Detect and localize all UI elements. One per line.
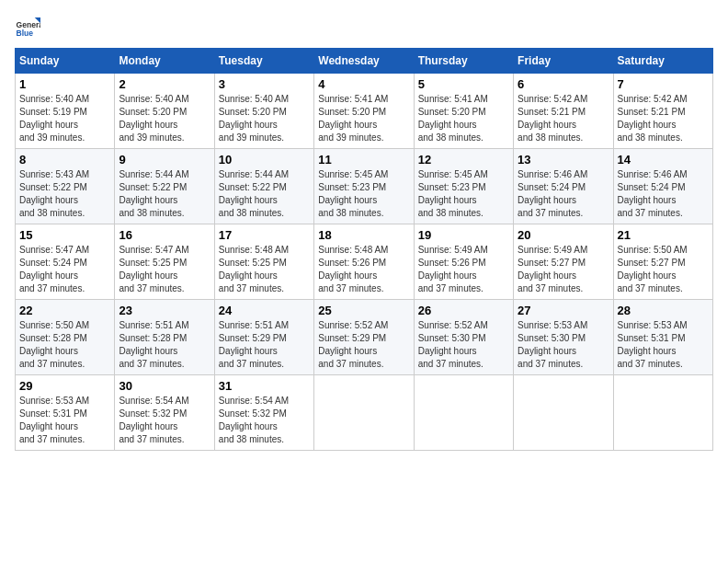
- calendar-day-cell: 14 Sunrise: 5:46 AM Sunset: 5:24 PM Dayl…: [613, 149, 712, 224]
- calendar-day-cell: 23 Sunrise: 5:51 AM Sunset: 5:28 PM Dayl…: [115, 300, 214, 375]
- day-info: Sunrise: 5:51 AM Sunset: 5:28 PM Dayligh…: [119, 319, 210, 371]
- day-info: Sunrise: 5:40 AM Sunset: 5:20 PM Dayligh…: [219, 93, 310, 144]
- day-info: Sunrise: 5:46 AM Sunset: 5:24 PM Dayligh…: [618, 168, 709, 220]
- day-info: Sunrise: 5:54 AM Sunset: 5:32 PM Dayligh…: [119, 395, 210, 446]
- day-info: Sunrise: 5:41 AM Sunset: 5:20 PM Dayligh…: [318, 93, 409, 144]
- day-number: 19: [418, 228, 509, 242]
- calendar-empty-cell: [613, 375, 712, 451]
- calendar-day-cell: 30 Sunrise: 5:54 AM Sunset: 5:32 PM Dayl…: [115, 375, 214, 451]
- day-number: 3: [219, 77, 310, 91]
- day-number: 27: [518, 304, 609, 317]
- day-number: 30: [119, 379, 210, 393]
- day-info: Sunrise: 5:45 AM Sunset: 5:23 PM Dayligh…: [318, 168, 409, 220]
- day-number: 13: [518, 153, 609, 167]
- day-info: Sunrise: 5:48 AM Sunset: 5:25 PM Dayligh…: [219, 244, 310, 295]
- day-info: Sunrise: 5:41 AM Sunset: 5:20 PM Dayligh…: [418, 93, 509, 144]
- column-header-thursday: Thursday: [414, 49, 513, 74]
- day-number: 14: [618, 153, 709, 167]
- day-number: 26: [418, 304, 509, 317]
- day-info: Sunrise: 5:53 AM Sunset: 5:30 PM Dayligh…: [518, 319, 609, 371]
- calendar-week-row: 8 Sunrise: 5:43 AM Sunset: 5:22 PM Dayli…: [16, 149, 713, 224]
- calendar-day-cell: 22 Sunrise: 5:50 AM Sunset: 5:28 PM Dayl…: [16, 300, 115, 375]
- day-number: 17: [219, 228, 310, 242]
- day-number: 23: [119, 304, 210, 317]
- calendar-day-cell: 5 Sunrise: 5:41 AM Sunset: 5:20 PM Dayli…: [414, 74, 513, 149]
- day-info: Sunrise: 5:47 AM Sunset: 5:25 PM Dayligh…: [119, 244, 210, 295]
- day-info: Sunrise: 5:49 AM Sunset: 5:26 PM Dayligh…: [418, 244, 509, 295]
- calendar-day-cell: 13 Sunrise: 5:46 AM Sunset: 5:24 PM Dayl…: [514, 149, 613, 224]
- calendar-day-cell: 18 Sunrise: 5:48 AM Sunset: 5:26 PM Dayl…: [314, 224, 414, 300]
- day-info: Sunrise: 5:40 AM Sunset: 5:20 PM Dayligh…: [119, 93, 210, 144]
- day-number: 21: [618, 228, 709, 242]
- calendar-week-row: 15 Sunrise: 5:47 AM Sunset: 5:24 PM Dayl…: [16, 224, 713, 300]
- day-number: 22: [19, 304, 110, 317]
- svg-text:Blue: Blue: [17, 29, 34, 38]
- calendar-day-cell: 19 Sunrise: 5:49 AM Sunset: 5:26 PM Dayl…: [414, 224, 513, 300]
- calendar-day-cell: 28 Sunrise: 5:53 AM Sunset: 5:31 PM Dayl…: [613, 300, 712, 375]
- header: General Blue: [15, 15, 713, 40]
- calendar-day-cell: 31 Sunrise: 5:54 AM Sunset: 5:32 PM Dayl…: [214, 375, 313, 451]
- column-header-sunday: Sunday: [16, 49, 115, 74]
- day-number: 8: [19, 153, 110, 167]
- calendar-day-cell: 25 Sunrise: 5:52 AM Sunset: 5:29 PM Dayl…: [314, 300, 414, 375]
- day-info: Sunrise: 5:43 AM Sunset: 5:22 PM Dayligh…: [19, 168, 110, 220]
- day-number: 10: [219, 153, 310, 167]
- calendar-day-cell: 26 Sunrise: 5:52 AM Sunset: 5:30 PM Dayl…: [414, 300, 513, 375]
- column-header-tuesday: Tuesday: [214, 49, 313, 74]
- day-number: 11: [318, 153, 409, 167]
- calendar-empty-cell: [514, 375, 613, 451]
- day-info: Sunrise: 5:44 AM Sunset: 5:22 PM Dayligh…: [219, 168, 310, 220]
- calendar-header-row: SundayMondayTuesdayWednesdayThursdayFrid…: [16, 49, 713, 74]
- calendar-day-cell: 21 Sunrise: 5:50 AM Sunset: 5:27 PM Dayl…: [613, 224, 712, 300]
- day-info: Sunrise: 5:44 AM Sunset: 5:22 PM Dayligh…: [119, 168, 210, 220]
- column-header-monday: Monday: [115, 49, 214, 74]
- day-info: Sunrise: 5:45 AM Sunset: 5:23 PM Dayligh…: [418, 168, 509, 220]
- day-info: Sunrise: 5:47 AM Sunset: 5:24 PM Dayligh…: [19, 244, 110, 295]
- day-info: Sunrise: 5:42 AM Sunset: 5:21 PM Dayligh…: [618, 93, 709, 144]
- day-info: Sunrise: 5:52 AM Sunset: 5:29 PM Dayligh…: [318, 319, 409, 371]
- day-number: 28: [618, 304, 709, 317]
- calendar-day-cell: 4 Sunrise: 5:41 AM Sunset: 5:20 PM Dayli…: [314, 74, 414, 149]
- calendar-week-row: 22 Sunrise: 5:50 AM Sunset: 5:28 PM Dayl…: [16, 300, 713, 375]
- calendar-day-cell: 11 Sunrise: 5:45 AM Sunset: 5:23 PM Dayl…: [314, 149, 414, 224]
- calendar-day-cell: 27 Sunrise: 5:53 AM Sunset: 5:30 PM Dayl…: [514, 300, 613, 375]
- day-number: 15: [19, 228, 110, 242]
- calendar-empty-cell: [414, 375, 513, 451]
- day-info: Sunrise: 5:50 AM Sunset: 5:28 PM Dayligh…: [19, 319, 110, 371]
- calendar-day-cell: 16 Sunrise: 5:47 AM Sunset: 5:25 PM Dayl…: [115, 224, 214, 300]
- logo: General Blue: [15, 15, 40, 40]
- day-number: 1: [19, 77, 110, 91]
- day-info: Sunrise: 5:53 AM Sunset: 5:31 PM Dayligh…: [618, 319, 709, 371]
- calendar-week-row: 29 Sunrise: 5:53 AM Sunset: 5:31 PM Dayl…: [16, 375, 713, 451]
- calendar-day-cell: 29 Sunrise: 5:53 AM Sunset: 5:31 PM Dayl…: [16, 375, 115, 451]
- day-info: Sunrise: 5:52 AM Sunset: 5:30 PM Dayligh…: [418, 319, 509, 371]
- day-info: Sunrise: 5:42 AM Sunset: 5:21 PM Dayligh…: [518, 93, 609, 144]
- calendar-day-cell: 7 Sunrise: 5:42 AM Sunset: 5:21 PM Dayli…: [613, 74, 712, 149]
- logo-icon: General Blue: [15, 15, 40, 40]
- day-info: Sunrise: 5:46 AM Sunset: 5:24 PM Dayligh…: [518, 168, 609, 220]
- day-number: 9: [119, 153, 210, 167]
- day-info: Sunrise: 5:48 AM Sunset: 5:26 PM Dayligh…: [318, 244, 409, 295]
- calendar-day-cell: 24 Sunrise: 5:51 AM Sunset: 5:29 PM Dayl…: [214, 300, 313, 375]
- day-number: 4: [318, 77, 409, 91]
- column-header-friday: Friday: [514, 49, 613, 74]
- calendar-day-cell: 8 Sunrise: 5:43 AM Sunset: 5:22 PM Dayli…: [16, 149, 115, 224]
- column-header-wednesday: Wednesday: [314, 49, 414, 74]
- day-info: Sunrise: 5:40 AM Sunset: 5:19 PM Dayligh…: [19, 93, 110, 144]
- calendar-empty-cell: [314, 375, 414, 451]
- calendar: SundayMondayTuesdayWednesdayThursdayFrid…: [15, 48, 713, 451]
- day-number: 12: [418, 153, 509, 167]
- day-number: 29: [19, 379, 110, 393]
- calendar-day-cell: 2 Sunrise: 5:40 AM Sunset: 5:20 PM Dayli…: [115, 74, 214, 149]
- calendar-day-cell: 3 Sunrise: 5:40 AM Sunset: 5:20 PM Dayli…: [214, 74, 313, 149]
- calendar-day-cell: 12 Sunrise: 5:45 AM Sunset: 5:23 PM Dayl…: [414, 149, 513, 224]
- day-info: Sunrise: 5:49 AM Sunset: 5:27 PM Dayligh…: [518, 244, 609, 295]
- day-number: 5: [418, 77, 509, 91]
- column-header-saturday: Saturday: [613, 49, 712, 74]
- calendar-day-cell: 9 Sunrise: 5:44 AM Sunset: 5:22 PM Dayli…: [115, 149, 214, 224]
- calendar-day-cell: 1 Sunrise: 5:40 AM Sunset: 5:19 PM Dayli…: [16, 74, 115, 149]
- day-number: 18: [318, 228, 409, 242]
- calendar-day-cell: 20 Sunrise: 5:49 AM Sunset: 5:27 PM Dayl…: [514, 224, 613, 300]
- day-info: Sunrise: 5:51 AM Sunset: 5:29 PM Dayligh…: [219, 319, 310, 371]
- calendar-day-cell: 6 Sunrise: 5:42 AM Sunset: 5:21 PM Dayli…: [514, 74, 613, 149]
